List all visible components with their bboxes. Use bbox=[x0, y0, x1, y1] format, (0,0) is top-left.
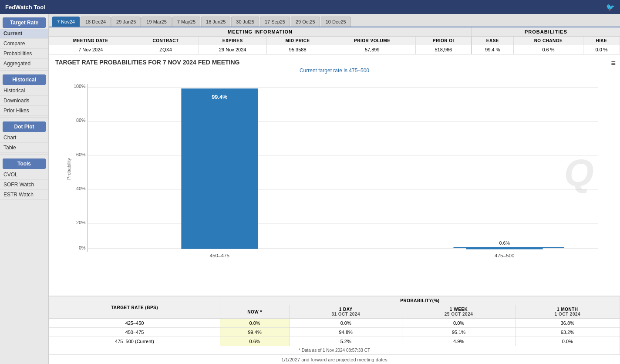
chart-menu-icon[interactable]: ≡ bbox=[611, 59, 616, 68]
probabilities-panel: PROBABILITIES EASE NO CHANGE HIKE 99.4 % bbox=[472, 27, 620, 54]
tab-18dec24[interactable]: 18 Dec24 bbox=[81, 17, 111, 27]
svg-text:40%: 40% bbox=[76, 186, 86, 191]
sidebar-item-sofr-watch[interactable]: SOFR Watch bbox=[0, 180, 48, 190]
sidebar-item-aggregated[interactable]: Aggregated bbox=[0, 59, 48, 69]
table-footnote: * Data as of 1 Nov 2024 08:57:33 CT bbox=[49, 346, 620, 355]
target-rate-btn[interactable]: Target Rate bbox=[3, 17, 46, 28]
bar-chart-svg: 100% 80% 60% 40% 20% 0% bbox=[55, 75, 613, 258]
col-target-rate-bps: TARGET RATE (BPS) bbox=[49, 297, 220, 319]
tab-7nov24[interactable]: 7 Nov24 bbox=[52, 17, 80, 27]
table-row-425-450: 425–450 0.0% 0.0% 0.0% 36.8% bbox=[49, 319, 620, 328]
divider-3 bbox=[0, 155, 48, 155]
dot-plot-section-btn[interactable]: Dot Plot bbox=[3, 121, 46, 132]
twitter-icon[interactable]: 🐦 bbox=[606, 3, 615, 11]
svg-text:60%: 60% bbox=[76, 152, 86, 157]
tabs-row: 7 Nov24 18 Dec24 29 Jan25 19 Mar25 7 May… bbox=[49, 14, 620, 27]
col-prior-oi: PRIOR OI bbox=[415, 37, 471, 45]
prob-values-row: 99.4 % 0.6 % 0.0 % bbox=[472, 45, 620, 54]
col-mid-price: MID PRICE bbox=[266, 37, 329, 45]
chart-subtitle: Current target rate is 475–500 bbox=[55, 67, 613, 74]
svg-text:Probability: Probability bbox=[66, 158, 71, 180]
sidebar-item-cvol[interactable]: CVOL bbox=[0, 170, 48, 180]
1day-425-450: 0.0% bbox=[290, 319, 402, 328]
tab-30jul25[interactable]: 30 Jul25 bbox=[231, 17, 259, 27]
1month-475-500: 0.0% bbox=[515, 337, 620, 346]
col-meeting-date: MEETING DATE bbox=[49, 37, 133, 45]
subcol-1week: 1 WEEK25 OCT 2024 bbox=[402, 305, 515, 319]
sidebar-item-prior-hikes[interactable]: Prior Hikes bbox=[0, 106, 48, 116]
bar-label-475-500: 0.6% bbox=[499, 240, 510, 246]
rate-425-450: 425–450 bbox=[49, 319, 220, 328]
divider-1 bbox=[0, 71, 48, 71]
footer-note: 1/1/2027 and forward are projected meeti… bbox=[49, 355, 620, 364]
1day-450-475: 94.8% bbox=[290, 328, 402, 337]
main-layout: Target Rate Current Compare Probabilitie… bbox=[0, 14, 620, 364]
svg-text:100%: 100% bbox=[74, 84, 86, 89]
now-450-475: 99.4% bbox=[220, 328, 290, 337]
subcol-now: NOW * bbox=[220, 305, 290, 319]
sidebar-item-downloads[interactable]: Downloads bbox=[0, 96, 48, 106]
col-prior-volume: PRIOR VOLUME bbox=[329, 37, 415, 45]
xlabel-475-500: 475–500 bbox=[495, 253, 515, 258]
col-ease: EASE bbox=[472, 37, 513, 45]
meeting-date-value: 7 Nov 2024 bbox=[49, 45, 133, 54]
sidebar-item-compare[interactable]: Compare bbox=[0, 39, 48, 49]
tab-17sep25[interactable]: 17 Sep25 bbox=[260, 17, 290, 27]
info-section: MEETING INFORMATION MEETING DATE CONTRAC… bbox=[49, 27, 620, 54]
tab-29oct25[interactable]: 29 Oct25 bbox=[291, 17, 320, 27]
content-area: 7 Nov24 18 Dec24 29 Jan25 19 Mar25 7 May… bbox=[49, 14, 620, 364]
meeting-info-table: MEETING DATE CONTRACT EXPIRES MID PRICE … bbox=[49, 37, 472, 54]
1week-450-475: 95.1% bbox=[402, 328, 515, 337]
rate-450-475: 450–475 bbox=[49, 328, 220, 337]
col-expires: EXPIRES bbox=[199, 37, 266, 45]
sidebar-item-historical[interactable]: Historical bbox=[0, 86, 48, 96]
tools-section-btn[interactable]: Tools bbox=[3, 158, 46, 169]
tab-29jan25[interactable]: 29 Jan25 bbox=[111, 17, 141, 27]
svg-text:0%: 0% bbox=[79, 245, 86, 250]
chart-area: TARGET RATE PROBABILITIES FOR 7 NOV 2024… bbox=[49, 54, 620, 296]
bar-label-450-475: 99.4% bbox=[212, 94, 227, 100]
subcol-1month: 1 MONTH1 OCT 2024 bbox=[515, 305, 620, 319]
col-no-change: NO CHANGE bbox=[513, 37, 583, 45]
tab-10dec25[interactable]: 10 Dec25 bbox=[321, 17, 351, 27]
divider-2 bbox=[0, 118, 48, 118]
sidebar-item-chart[interactable]: Chart bbox=[0, 133, 48, 143]
tab-7may25[interactable]: 7 May25 bbox=[172, 17, 200, 27]
contract-value: ZQX4 bbox=[133, 45, 199, 54]
1week-425-450: 0.0% bbox=[402, 319, 515, 328]
bar-475-500 bbox=[466, 248, 543, 249]
1month-425-450: 36.8% bbox=[515, 319, 620, 328]
col-probability-pct: PROBABILITY(%) bbox=[220, 297, 620, 305]
expires-value: 29 Nov 2024 bbox=[199, 45, 266, 54]
sidebar: Target Rate Current Compare Probabilitie… bbox=[0, 14, 49, 364]
hike-value: 0.0 % bbox=[583, 45, 620, 54]
watermark: Q bbox=[564, 151, 593, 194]
xlabel-450-475: 450–475 bbox=[209, 253, 229, 258]
app: FedWatch Tool 🐦 Target Rate Current Comp… bbox=[0, 0, 620, 364]
svg-text:20%: 20% bbox=[76, 220, 86, 225]
now-475-500: 0.6% bbox=[220, 337, 290, 346]
col-contract: CONTRACT bbox=[133, 37, 199, 45]
subcol-1day: 1 DAY31 OCT 2024 bbox=[290, 305, 402, 319]
app-title: FedWatch Tool bbox=[5, 4, 45, 10]
sidebar-item-estr-watch[interactable]: ESTR Watch bbox=[0, 190, 48, 200]
meeting-info-panel: MEETING INFORMATION MEETING DATE CONTRAC… bbox=[49, 27, 472, 54]
historical-section-btn[interactable]: Historical bbox=[3, 74, 46, 85]
svg-text:80%: 80% bbox=[76, 118, 86, 123]
bar-450-475 bbox=[181, 88, 258, 249]
sidebar-item-table[interactable]: Table bbox=[0, 143, 48, 153]
table-row-450-475: 450–475 99.4% 94.8% 95.1% 63.2% bbox=[49, 328, 620, 337]
1week-475-500: 4.9% bbox=[402, 337, 515, 346]
tab-18jun25[interactable]: 18 Jun25 bbox=[201, 17, 230, 27]
sidebar-item-current[interactable]: Current bbox=[0, 29, 48, 39]
rate-475-500: 475–500 (Current) bbox=[49, 337, 220, 346]
tab-19mar25[interactable]: 19 Mar25 bbox=[142, 17, 171, 27]
sidebar-item-probabilities[interactable]: Probabilities bbox=[0, 49, 48, 59]
1day-475-500: 5.2% bbox=[290, 337, 402, 346]
header: FedWatch Tool 🐦 bbox=[0, 0, 620, 14]
col-hike: HIKE bbox=[583, 37, 620, 45]
prior-volume-value: 57,899 bbox=[329, 45, 415, 54]
table-row-475-500: 475–500 (Current) 0.6% 5.2% 4.9% 0.0% bbox=[49, 337, 620, 346]
no-change-value: 0.6 % bbox=[513, 45, 583, 54]
probabilities-header: PROBABILITIES bbox=[472, 27, 620, 37]
